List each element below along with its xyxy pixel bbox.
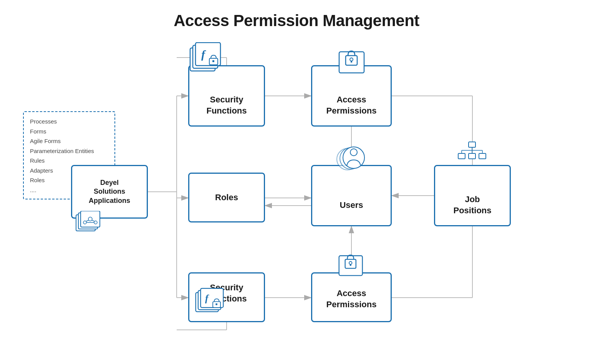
page-title: Access Permission Management	[0, 0, 593, 30]
svg-rect-53	[345, 259, 356, 268]
access-permissions-top-icon	[337, 44, 368, 76]
svg-rect-51	[215, 303, 217, 305]
svg-rect-28	[212, 60, 214, 62]
security-functions-top-icon: f	[188, 42, 230, 78]
svg-rect-38	[458, 153, 465, 159]
list-item-3: Agile Forms	[30, 136, 108, 146]
svg-rect-37	[469, 142, 475, 147]
svg-rect-58	[81, 211, 100, 227]
job-positions-label: Job Positions	[453, 194, 491, 216]
svg-rect-30	[346, 56, 357, 65]
diagram-area: Processes Forms Agile Forms Parameteriza…	[0, 35, 593, 364]
deyel-label: Deyel Solutions Applications	[89, 178, 130, 205]
svg-rect-40	[479, 153, 486, 159]
security-functions-top-label: Security Functions	[206, 94, 247, 116]
job-positions-icon	[455, 141, 490, 170]
roles-box[interactable]: Roles	[188, 173, 265, 222]
access-permissions-bottom-box[interactable]: Access Permissions	[311, 272, 392, 322]
list-item-4: Parameterization Entities	[30, 146, 108, 156]
users-icon	[336, 144, 371, 176]
svg-rect-55	[350, 264, 351, 266]
svg-rect-32	[351, 61, 352, 63]
job-positions-box[interactable]: Job Positions	[434, 165, 511, 226]
svg-point-35	[343, 147, 364, 168]
list-item-5: Rules	[30, 156, 108, 166]
security-functions-bottom-icon: f	[194, 288, 232, 320]
access-permissions-bottom-icon	[337, 249, 366, 279]
list-item-1: Processes	[30, 117, 108, 127]
svg-rect-39	[469, 153, 475, 159]
roles-label: Roles	[215, 192, 238, 203]
deyel-box[interactable]: Deyel Solutions Applications	[71, 165, 148, 219]
list-item-2: Forms	[30, 127, 108, 137]
access-permissions-top-label: Access Permissions	[326, 94, 377, 116]
access-permissions-bottom-label: Access Permissions	[326, 288, 377, 310]
deyel-icon	[75, 211, 108, 237]
users-label: Users	[340, 200, 363, 211]
